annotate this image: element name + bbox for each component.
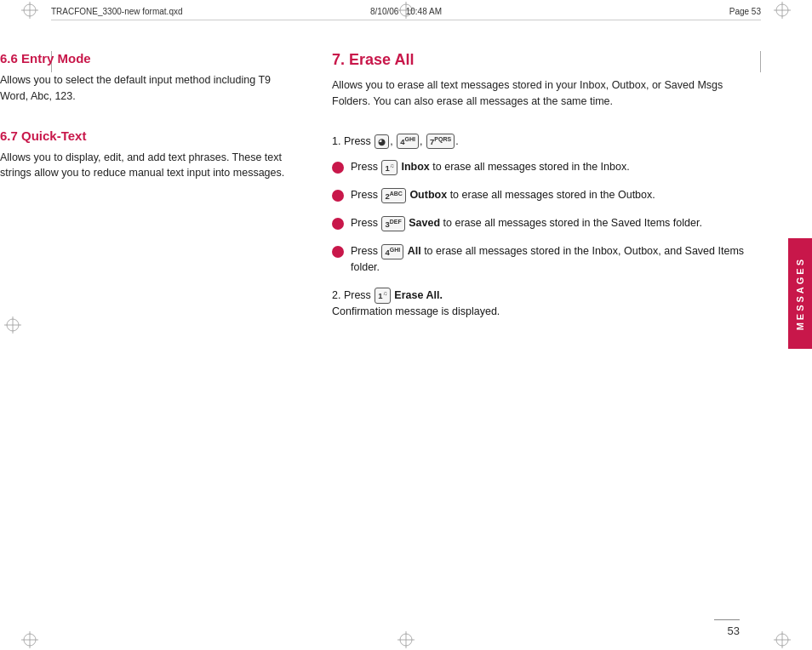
left-column: 6.6 Entry Mode Allows you to select the … bbox=[0, 51, 289, 181]
header-page: Page 53 bbox=[524, 7, 761, 16]
bullet-text-saved: Press 3DEF Saved to erase all messages s… bbox=[351, 215, 702, 231]
messages-tab-label: MESSAGES bbox=[795, 257, 805, 330]
bullet-item-saved: Press 3DEF Saved to erase all messages s… bbox=[332, 215, 761, 231]
saved-label: Saved bbox=[409, 217, 440, 229]
inbox-label: Inbox bbox=[401, 161, 429, 173]
section-entry-mode-heading: 6.6 Entry Mode bbox=[0, 51, 289, 66]
bullet-item-outbox: Press 2ABC Outbox to erase all messages … bbox=[332, 187, 761, 203]
bullet-text-inbox: Press 1♫ Inbox to erase all messages sto… bbox=[351, 159, 630, 175]
key-3-saved: 3DEF bbox=[381, 216, 404, 231]
step2-text: 2. Press 1♫ Erase All. Confirmation mess… bbox=[332, 288, 761, 320]
bullet-dot-1 bbox=[332, 162, 344, 174]
bullet-list: Press 1♫ Inbox to erase all messages sto… bbox=[332, 159, 761, 275]
outbox-label: Outbox bbox=[409, 189, 447, 201]
section-quick-text-body: Allows you to display, edit, and add tex… bbox=[0, 150, 289, 182]
section-quick-text-heading: 6.7 Quick-Text bbox=[0, 128, 289, 143]
step2-prefix: 2. Press bbox=[332, 289, 374, 301]
section-entry-mode: 6.6 Entry Mode Allows you to select the … bbox=[0, 51, 289, 105]
bullet-item-all: Press 4GHI All to erase all messages sto… bbox=[332, 243, 761, 276]
key-4-all: 4GHI bbox=[381, 244, 403, 259]
reg-mark-top-left bbox=[21, 2, 38, 19]
reg-mark-bottom-right bbox=[774, 631, 791, 648]
confirmation-text: Confirmation message is displayed. bbox=[332, 305, 500, 317]
bullet-dot-3 bbox=[332, 218, 344, 230]
key-1-inbox: 1♫ bbox=[381, 160, 397, 175]
all-label: All bbox=[408, 245, 421, 257]
reg-mark-bottom-left bbox=[21, 631, 38, 648]
key-2-outbox: 2ABC bbox=[381, 188, 405, 203]
key-7: 7PQRS bbox=[426, 134, 455, 149]
reg-mark-top-right bbox=[774, 2, 791, 19]
erase-all-label: Erase All. bbox=[394, 289, 443, 301]
page-number: 53 bbox=[714, 619, 740, 637]
header-bar: TRACFONE_3300-new format.qxd 8/10/06 10:… bbox=[51, 7, 761, 20]
key-4: 4GHI bbox=[397, 134, 419, 149]
section-entry-mode-body: Allows you to select the default input m… bbox=[0, 72, 289, 105]
key-1-eraseall: 1♫ bbox=[375, 288, 391, 303]
erase-all-intro: Allows you to erase all text messages st… bbox=[332, 77, 761, 110]
bullet-text-outbox: Press 2ABC Outbox to erase all messages … bbox=[351, 187, 655, 203]
right-column: 7. Erase All Allows you to erase all tex… bbox=[332, 51, 761, 330]
step1-prefix: 1. Press bbox=[332, 135, 374, 147]
key-menu: ◕ bbox=[375, 134, 389, 149]
bullet-text-all: Press 4GHI All to erase all messages sto… bbox=[351, 243, 761, 276]
header-timestamp: 8/10/06 10:48 AM bbox=[288, 7, 524, 16]
section-quick-text: 6.7 Quick-Text Allows you to display, ed… bbox=[0, 128, 289, 182]
bullet-dot-2 bbox=[332, 190, 344, 202]
messages-tab: MESSAGES bbox=[788, 238, 812, 349]
step1-text: 1. Press ◕, 4GHI, 7PQRS. bbox=[332, 134, 761, 150]
bullet-item-inbox: Press 1♫ Inbox to erase all messages sto… bbox=[332, 159, 761, 175]
reg-mark-bottom-center bbox=[397, 631, 415, 648]
erase-all-heading: 7. Erase All bbox=[332, 51, 761, 69]
reg-mark-left-center bbox=[4, 316, 21, 334]
bullet-dot-4 bbox=[332, 246, 344, 258]
header-filename: TRACFONE_3300-new format.qxd bbox=[51, 7, 288, 16]
